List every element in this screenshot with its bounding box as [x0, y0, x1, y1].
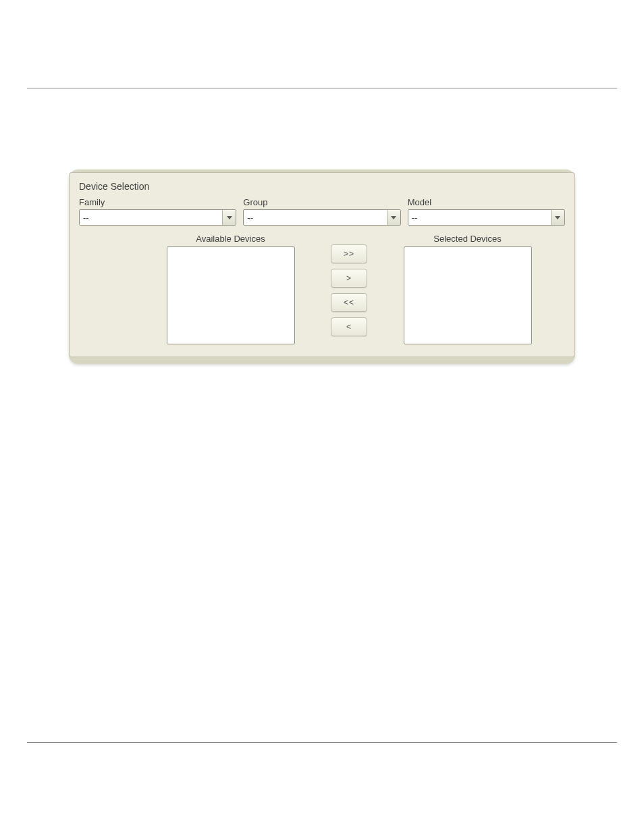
selected-devices-label: Selected Devices	[433, 234, 501, 244]
chevron-down-icon	[391, 216, 396, 219]
remove-all-button[interactable]: <<	[331, 293, 367, 312]
available-devices-listbox[interactable]	[167, 246, 295, 344]
chevron-down-icon	[227, 216, 232, 219]
model-field: Model	[408, 197, 565, 226]
panel-shadow: Device Selection Family Group	[69, 170, 575, 364]
selected-devices-listbox[interactable]	[404, 246, 532, 344]
device-selection-panel-wrap: Device Selection Family Group	[69, 170, 575, 364]
move-buttons-column: >> > << <	[331, 234, 367, 336]
group-field: Group	[243, 197, 400, 226]
group-select-button[interactable]	[387, 210, 400, 225]
selected-devices-column: Selected Devices	[377, 234, 558, 344]
divider-bottom	[27, 742, 617, 743]
group-label: Group	[243, 197, 400, 207]
model-label: Model	[408, 197, 565, 207]
filter-row: Family Group	[79, 197, 565, 226]
remove-one-button[interactable]: <	[331, 317, 367, 336]
device-selection-panel: Device Selection Family Group	[69, 172, 575, 357]
panel-title: Device Selection	[79, 181, 565, 192]
device-dual-list: Available Devices >> > << < Selected Dev…	[79, 234, 565, 344]
chevron-down-icon	[555, 216, 560, 219]
add-all-button[interactable]: >>	[331, 244, 367, 263]
group-select-value[interactable]	[244, 210, 386, 225]
add-one-button[interactable]: >	[331, 269, 367, 288]
model-select-value[interactable]	[408, 210, 551, 225]
family-field: Family	[79, 197, 236, 226]
available-devices-label: Available Devices	[196, 234, 265, 244]
group-select[interactable]	[243, 209, 400, 226]
family-select-value[interactable]	[80, 210, 222, 225]
divider-top	[27, 88, 617, 88]
model-select[interactable]	[408, 209, 565, 226]
family-select-button[interactable]	[222, 210, 236, 225]
available-devices-column: Available Devices	[140, 234, 321, 344]
family-label: Family	[79, 197, 236, 207]
model-select-button[interactable]	[551, 210, 564, 225]
family-select[interactable]	[79, 209, 236, 226]
